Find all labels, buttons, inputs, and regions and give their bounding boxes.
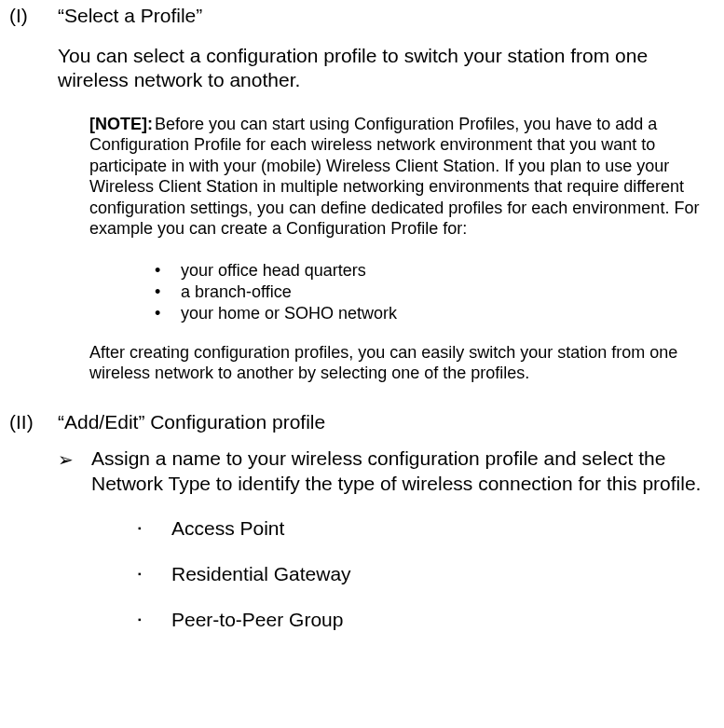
bullet-icon: • (155, 303, 181, 324)
arrow-row: ➢ Assign a name to your wireless configu… (58, 446, 715, 497)
section-2-body: ➢ Assign a name to your wireless configu… (58, 446, 715, 633)
list-item: • a branch-office (155, 282, 715, 303)
section-2-heading: (II) “Add/Edit” Configuration profile (9, 410, 715, 433)
arrow-icon: ➢ (58, 446, 91, 497)
square-icon: ▪ (138, 607, 171, 632)
section-1-body: You can select a configuration profile t… (58, 44, 715, 384)
section-1-heading: (I) “Select a Profile” (9, 4, 715, 27)
square-icon: ▪ (138, 515, 171, 541)
section-select-profile: (I) “Select a Profile” You can select a … (9, 4, 715, 384)
section-add-edit-profile: (II) “Add/Edit” Configuration profile ➢ … (9, 410, 715, 633)
section-2-title: “Add/Edit” Configuration profile (58, 410, 325, 433)
list-item-text: Access Point (171, 515, 284, 541)
list-item-text: Peer-to-Peer Group (171, 607, 343, 632)
section-1-intro: You can select a configuration profile t… (58, 44, 715, 93)
bullet-text: a branch-office (181, 282, 292, 303)
note-label: [NOTE]: (89, 115, 153, 133)
note-body: Before you can start using Configuration… (89, 115, 699, 239)
list-item: ▪ Peer-to-Peer Group (138, 607, 715, 632)
section-1-title: “Select a Profile” (58, 4, 202, 27)
bullet-text: your office head quarters (181, 260, 366, 282)
list-item: ▪ Residential Gateway (138, 561, 715, 586)
square-icon: ▪ (138, 561, 171, 586)
network-type-list: ▪ Access Point ▪ Residential Gateway ▪ P… (138, 515, 715, 633)
bullet-icon: • (155, 282, 181, 303)
section-2-label: (II) (9, 410, 58, 433)
note-block: [NOTE]:Before you can start using Config… (89, 114, 715, 240)
list-item: • your office head quarters (155, 260, 715, 282)
bullet-icon: • (155, 260, 181, 282)
after-note-text: After creating configuration profiles, y… (89, 342, 715, 384)
arrow-text: Assign a name to your wireless configura… (91, 446, 715, 497)
bullet-text: your home or SOHO network (181, 303, 397, 324)
note-text: [NOTE]:Before you can start using Config… (89, 114, 715, 240)
list-item-text: Residential Gateway (171, 561, 351, 586)
section-1-label: (I) (9, 4, 58, 27)
list-item: • your home or SOHO network (155, 303, 715, 324)
list-item: ▪ Access Point (138, 515, 715, 541)
note-bullets: • your office head quarters • a branch-o… (155, 260, 715, 325)
